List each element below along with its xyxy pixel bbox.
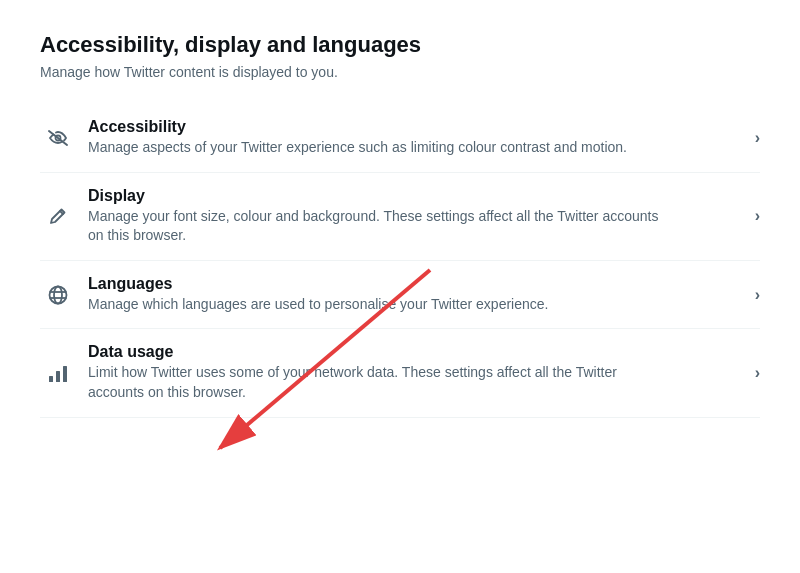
- accessibility-content: Accessibility Manage aspects of your Twi…: [88, 118, 743, 158]
- languages-title: Languages: [88, 275, 743, 293]
- display-chevron: ›: [755, 207, 760, 225]
- pencil-icon: [40, 206, 76, 226]
- data-usage-chevron: ›: [755, 364, 760, 382]
- globe-icon: [40, 284, 76, 306]
- settings-item-accessibility[interactable]: Accessibility Manage aspects of your Twi…: [40, 104, 760, 173]
- settings-item-languages[interactable]: Languages Manage which languages are use…: [40, 261, 760, 330]
- languages-desc: Manage which languages are used to perso…: [88, 295, 668, 315]
- page-subtitle: Manage how Twitter content is displayed …: [40, 64, 760, 80]
- languages-content: Languages Manage which languages are use…: [88, 275, 743, 315]
- display-desc: Manage your font size, colour and backgr…: [88, 207, 668, 246]
- svg-point-1: [50, 286, 67, 303]
- svg-rect-6: [56, 371, 60, 382]
- accessibility-chevron: ›: [755, 129, 760, 147]
- accessibility-desc: Manage aspects of your Twitter experienc…: [88, 138, 668, 158]
- bar-chart-icon: [40, 362, 76, 384]
- data-usage-desc: Limit how Twitter uses some of your netw…: [88, 363, 668, 402]
- svg-rect-5: [49, 376, 53, 382]
- svg-point-2: [54, 286, 62, 303]
- settings-item-display[interactable]: Display Manage your font size, colour an…: [40, 173, 760, 261]
- page-title: Accessibility, display and languages: [40, 32, 760, 58]
- data-usage-title: Data usage: [88, 343, 743, 361]
- svg-rect-7: [63, 366, 67, 382]
- settings-item-data-usage[interactable]: Data usage Limit how Twitter uses some o…: [40, 329, 760, 417]
- display-content: Display Manage your font size, colour an…: [88, 187, 743, 246]
- settings-list: Accessibility Manage aspects of your Twi…: [40, 104, 760, 418]
- page-wrapper: Accessibility, display and languages Man…: [0, 0, 800, 450]
- accessibility-title: Accessibility: [88, 118, 743, 136]
- languages-chevron: ›: [755, 286, 760, 304]
- data-usage-content: Data usage Limit how Twitter uses some o…: [88, 343, 743, 402]
- page-container: Accessibility, display and languages Man…: [0, 0, 800, 450]
- eye-slash-icon: [40, 129, 76, 147]
- display-title: Display: [88, 187, 743, 205]
